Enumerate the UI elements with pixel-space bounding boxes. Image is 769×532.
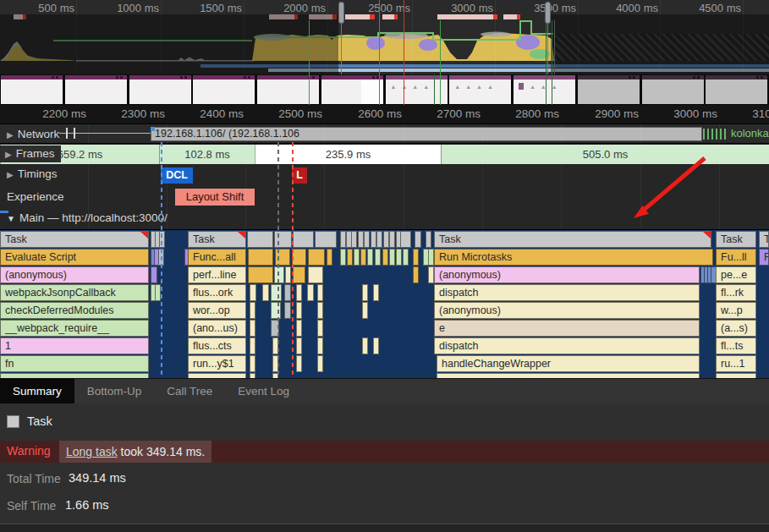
flame-bar[interactable]	[375, 249, 381, 266]
flame-bar[interactable]	[308, 249, 325, 266]
flame-bar[interactable]	[250, 337, 255, 354]
flame-bar[interactable]	[296, 337, 302, 354]
flame-bar[interactable]	[371, 231, 376, 248]
tab-summary[interactable]: Summary	[0, 379, 74, 403]
flame-bar[interactable]	[358, 231, 364, 248]
screenshot-filmstrip[interactable]: ▲▲▲▲▲▲▲▲▲▲▲▲	[0, 74, 769, 105]
flame-bar[interactable]	[354, 249, 360, 266]
timing-marker-dcl[interactable]: DCL	[161, 167, 193, 184]
flame-bar[interactable]	[317, 284, 323, 301]
flame-bar-evaluate-script[interactable]: Evaluate Script	[0, 249, 149, 266]
flame-bar-a-s[interactable]: (a...s)	[716, 320, 756, 337]
flame-bar-task[interactable]: Task	[188, 231, 246, 248]
filmstrip-frame[interactable]	[706, 75, 767, 104]
flame-bar-task[interactable]: Task	[434, 231, 711, 248]
timings-track[interactable]: ▶Timings DCLL	[0, 164, 769, 187]
flame-bar[interactable]	[428, 266, 434, 283]
long-task-link[interactable]: Long task	[66, 445, 118, 458]
frame-duration-segment[interactable]: 235.9 ms	[255, 145, 441, 164]
flame-bar[interactable]	[360, 249, 366, 266]
flame-bar[interactable]	[389, 249, 395, 266]
disclosure-triangle-icon[interactable]: ▶	[7, 170, 14, 179]
disclosure-triangle-icon[interactable]: ▶	[7, 130, 14, 140]
flame-bar[interactable]	[327, 249, 332, 266]
network-request-bar[interactable]: 192.168.1.106/ (192.168.1.106	[151, 127, 702, 141]
flame-bar-wor-op[interactable]: wor...op	[188, 302, 246, 319]
flame-bar-fl-rk[interactable]: fl...rk	[716, 284, 756, 301]
flame-bar[interactable]	[351, 231, 357, 248]
filmstrip-frame[interactable]	[65, 75, 127, 104]
flame-bar-run-y-1[interactable]: run...y$1	[188, 355, 246, 372]
flame-bar[interactable]	[396, 249, 402, 266]
filmstrip-frame[interactable]	[578, 75, 640, 104]
flame-bar-anonymous[interactable]: (anonymous)	[434, 302, 700, 319]
filmstrip-frame[interactable]	[642, 75, 704, 104]
flame-bar[interactable]	[247, 231, 273, 248]
flame-bar[interactable]	[415, 231, 421, 248]
flame-bar[interactable]	[292, 249, 306, 266]
filmstrip-frame[interactable]	[193, 75, 255, 104]
flame-bar-task[interactable]: Task	[716, 231, 756, 248]
flame-bar[interactable]	[308, 266, 323, 283]
flame-bar[interactable]	[248, 249, 273, 266]
flame-bar-task[interactable]: Task	[0, 231, 149, 248]
flame-bar[interactable]	[382, 249, 388, 266]
filmstrip-frame[interactable]	[321, 75, 383, 104]
network-request-name[interactable]: kolonka...	[731, 127, 769, 140]
flame-bar-w-p[interactable]: w...p	[716, 302, 756, 319]
flame-bar[interactable]	[340, 249, 346, 266]
flame-bar[interactable]	[362, 302, 368, 319]
flame-bar[interactable]	[389, 231, 395, 248]
frames-track-label[interactable]: ▶Frames	[0, 145, 61, 162]
flame-bar-e[interactable]: e	[434, 320, 700, 337]
flame-bar[interactable]	[400, 231, 411, 248]
flame-bar[interactable]	[367, 249, 373, 266]
flame-bar[interactable]	[428, 249, 434, 266]
flame-bar-dispatch[interactable]: dispatch	[434, 284, 700, 301]
tab-event-log[interactable]: Event Log	[225, 379, 302, 403]
filmstrip-frame[interactable]: ▲▲▲▲	[386, 75, 448, 104]
flame-bar[interactable]	[284, 302, 291, 319]
main-thread-track-header[interactable]: ▼Main — http://localhost:3000/	[0, 208, 769, 229]
timing-marker-l[interactable]: L	[292, 167, 307, 184]
flame-bar-ano-us[interactable]: (ano...us)	[188, 320, 246, 337]
flame-bar-re[interactable]: Re	[759, 249, 769, 266]
flame-bar-ru-1[interactable]: ru...1	[716, 355, 756, 372]
flame-bar[interactable]	[307, 284, 314, 301]
flame-bar[interactable]	[250, 320, 255, 337]
network-track-label[interactable]: ▶Network	[7, 128, 59, 140]
flame-bar[interactable]	[376, 231, 382, 248]
layout-shift-badge[interactable]: Layout Shift	[175, 189, 255, 206]
flame-bar-perf-line[interactable]: perf...line	[188, 266, 246, 283]
flame-bar[interactable]	[413, 249, 419, 266]
timeline-overview[interactable]: 500 ms1000 ms1500 ms2000 ms2500 ms3000 m…	[0, 0, 769, 74]
flame-bar[interactable]	[403, 249, 409, 266]
flame-bar[interactable]	[296, 320, 302, 337]
frames-track[interactable]: ▶Frames 659.2 ms102.8 ms235.9 ms505.0 ms	[0, 143, 769, 164]
disclosure-triangle-icon[interactable]: ▼	[7, 214, 15, 223]
flame-bar-run-microtasks[interactable]: Run Microtasks	[434, 249, 713, 266]
flame-bar[interactable]	[274, 266, 284, 283]
flame-bar-anonymous[interactable]: (anonymous)	[0, 266, 149, 283]
flame-bar[interactable]	[296, 302, 302, 319]
flame-bar[interactable]	[426, 231, 431, 248]
flame-bar[interactable]	[262, 284, 269, 301]
flame-bar[interactable]	[293, 231, 314, 248]
window-resize-handle[interactable]	[545, 2, 551, 24]
timings-track-label[interactable]: ▶Timings	[7, 167, 57, 180]
flame-bar[interactable]	[151, 266, 157, 283]
flame-bar-fn[interactable]: fn	[0, 355, 149, 372]
flame-bar[interactable]	[271, 302, 281, 319]
flame-bar[interactable]	[250, 302, 255, 319]
flame-bar[interactable]	[317, 355, 323, 372]
filmstrip-frame[interactable]	[1, 75, 63, 104]
flame-bar[interactable]	[315, 231, 337, 248]
flame-bar-dispatch[interactable]: dispatch	[434, 337, 700, 354]
flame-bar-flus-ork[interactable]: flus...ork	[188, 284, 246, 301]
tab-bottom-up[interactable]: Bottom-Up	[74, 379, 155, 403]
flame-bar[interactable]	[340, 231, 346, 248]
flame-bar[interactable]	[383, 231, 389, 248]
flame-bar[interactable]	[284, 284, 291, 301]
flame-bar-flus-cts[interactable]: flus...cts	[188, 337, 246, 354]
flame-bar[interactable]	[296, 355, 302, 372]
